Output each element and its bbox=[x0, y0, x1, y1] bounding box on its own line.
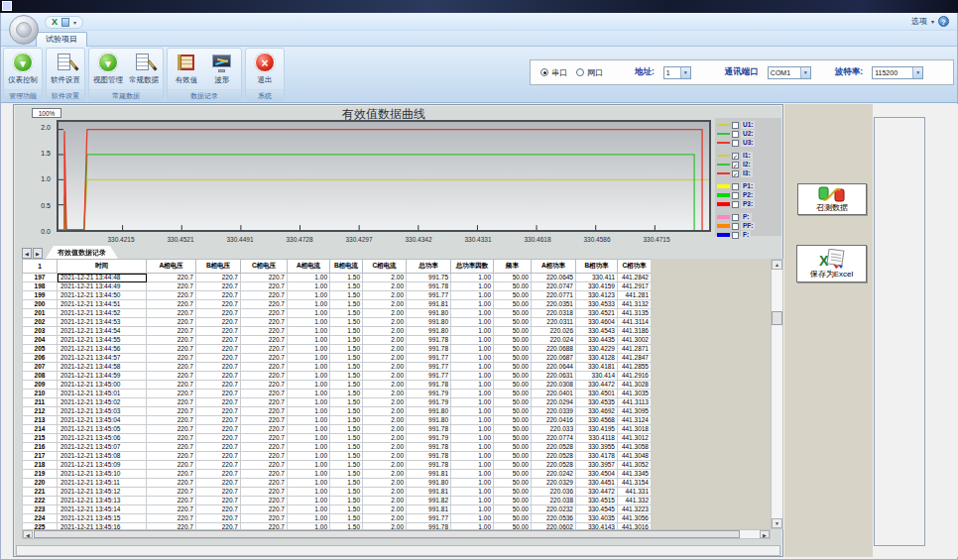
retrieve-data-button[interactable]: 召测数据 bbox=[797, 183, 867, 215]
row-number-cell[interactable]: 200 bbox=[23, 300, 58, 309]
table-cell[interactable]: 991.80 bbox=[407, 416, 451, 425]
scroll-left-icon[interactable]: ◀ bbox=[23, 530, 33, 538]
table-cell[interactable]: 330.4159 bbox=[576, 282, 618, 291]
table-cell[interactable]: 1.00 bbox=[288, 505, 330, 514]
table-cell[interactable]: 220.033 bbox=[532, 425, 576, 434]
table-cell[interactable]: 220.0644 bbox=[532, 363, 576, 372]
table-cell[interactable]: 220.7 bbox=[147, 327, 196, 336]
table-cell[interactable]: 330.4118 bbox=[576, 434, 618, 443]
table-cell[interactable]: 441.3028 bbox=[618, 381, 652, 390]
table-cell[interactable]: 330.414 bbox=[576, 372, 618, 381]
table-cell[interactable]: 991.80 bbox=[407, 479, 451, 488]
table-cell[interactable]: 991.78 bbox=[407, 452, 451, 461]
table-cell[interactable]: 330.4128 bbox=[576, 354, 618, 363]
row-number-cell[interactable]: 223 bbox=[23, 505, 58, 514]
table-cell[interactable]: 220.7 bbox=[147, 505, 196, 514]
table-cell[interactable]: 220.0294 bbox=[532, 398, 576, 407]
table-cell[interactable]: 991.79 bbox=[407, 398, 451, 407]
table-cell[interactable]: 330.4035 bbox=[576, 514, 618, 523]
table-cell[interactable]: 441.2871 bbox=[618, 345, 652, 354]
table-cell[interactable]: 1.00 bbox=[451, 452, 494, 461]
table-cell[interactable]: 1.00 bbox=[451, 309, 494, 318]
column-header[interactable]: A相电压 bbox=[147, 260, 196, 274]
table-cell[interactable]: 330.4504 bbox=[576, 470, 618, 479]
table-cell[interactable]: 220.7 bbox=[147, 479, 196, 488]
table-cell[interactable]: 220.7 bbox=[147, 390, 196, 398]
table-cell[interactable]: 220.0308 bbox=[532, 381, 576, 390]
table-cell[interactable]: 220.7 bbox=[147, 514, 196, 523]
table-cell[interactable]: 330.4543 bbox=[576, 327, 618, 336]
table-cell[interactable]: 50.00 bbox=[494, 300, 532, 309]
table-cell[interactable]: 50.00 bbox=[494, 497, 532, 505]
column-header[interactable]: 1 bbox=[23, 260, 58, 274]
table-cell[interactable]: 220.7 bbox=[147, 488, 196, 497]
row-number-cell[interactable]: 199 bbox=[23, 291, 58, 300]
scrollbar-thumb[interactable] bbox=[772, 311, 782, 325]
table-cell[interactable]: 1.50 bbox=[330, 381, 363, 390]
comm-port-select[interactable]: COM1 ▼ bbox=[768, 66, 811, 79]
table-cell[interactable]: 220.7 bbox=[196, 274, 241, 282]
table-cell[interactable]: 220.0528 bbox=[532, 452, 576, 461]
table-cell[interactable]: 50.00 bbox=[494, 372, 532, 381]
table-cell[interactable]: 2021-12-21 13:44:53 bbox=[58, 318, 147, 327]
table-cell[interactable]: 2021-12-21 13:44:52 bbox=[58, 309, 147, 318]
table-cell[interactable]: 220.0242 bbox=[532, 470, 576, 479]
table-cell[interactable]: 441.2855 bbox=[618, 363, 652, 372]
table-cell[interactable]: 220.7 bbox=[241, 318, 288, 327]
table-cell[interactable]: 1.00 bbox=[288, 318, 330, 327]
row-number-cell[interactable]: 206 bbox=[23, 354, 58, 363]
table-cell[interactable]: 220.0687 bbox=[532, 354, 576, 363]
column-header[interactable]: A相功率 bbox=[532, 260, 576, 274]
table-cell[interactable]: 991.80 bbox=[407, 327, 451, 336]
column-header[interactable]: B相电压 bbox=[196, 260, 241, 274]
table-cell[interactable]: 220.038 bbox=[532, 497, 576, 505]
table-cell[interactable]: 1.00 bbox=[288, 345, 330, 354]
table-cell[interactable]: 2.00 bbox=[363, 372, 407, 381]
table-cell[interactable]: 2.00 bbox=[363, 398, 407, 407]
table-cell[interactable]: 220.7 bbox=[196, 497, 241, 505]
table-cell[interactable]: 2.00 bbox=[363, 336, 407, 345]
tab-scroll-right-icon[interactable]: ▶ bbox=[33, 248, 43, 259]
table-cell[interactable]: 1.00 bbox=[288, 461, 330, 470]
table-cell[interactable]: 441.3048 bbox=[618, 452, 652, 461]
table-cell[interactable]: 2021-12-21 13:45:13 bbox=[58, 497, 147, 505]
row-number-cell[interactable]: 210 bbox=[23, 390, 58, 398]
table-cell[interactable]: 220.7 bbox=[147, 318, 196, 327]
table-cell[interactable]: 441.3135 bbox=[618, 309, 652, 318]
table-cell[interactable]: 220.7 bbox=[241, 336, 288, 345]
chart-plot-area[interactable] bbox=[57, 120, 711, 232]
table-cell[interactable]: 50.00 bbox=[494, 282, 532, 291]
table-cell[interactable]: 1.00 bbox=[451, 363, 494, 372]
table-cell[interactable]: 2.00 bbox=[363, 291, 407, 300]
table-cell[interactable]: 1.50 bbox=[330, 505, 363, 514]
table-cell[interactable]: 2.00 bbox=[363, 434, 407, 443]
legend-checkbox[interactable]: ✓ bbox=[732, 153, 739, 160]
table-cell[interactable]: 2.00 bbox=[363, 488, 407, 497]
table-cell[interactable]: 50.00 bbox=[494, 452, 532, 461]
scroll-down-icon[interactable]: ▼ bbox=[772, 518, 782, 528]
table-cell[interactable]: 1.50 bbox=[330, 452, 363, 461]
table-cell[interactable]: 220.7 bbox=[196, 282, 241, 291]
column-header[interactable]: C相功率 bbox=[618, 260, 652, 274]
table-cell[interactable]: 2021-12-21 13:44:57 bbox=[58, 354, 147, 363]
table-cell[interactable]: 2021-12-21 13:45:05 bbox=[58, 425, 147, 434]
table-cell[interactable]: 1.50 bbox=[330, 488, 363, 497]
table-cell[interactable]: 2021-12-21 13:44:49 bbox=[58, 282, 147, 291]
table-cell[interactable]: 1.00 bbox=[288, 514, 330, 523]
table-cell[interactable]: 220.7 bbox=[241, 470, 288, 479]
table-cell[interactable]: 1.00 bbox=[288, 336, 330, 345]
table-cell[interactable]: 330.4501 bbox=[576, 390, 618, 398]
table-cell[interactable]: 2.00 bbox=[363, 479, 407, 488]
table-cell[interactable]: 441.3012 bbox=[618, 434, 652, 443]
table-cell[interactable]: 220.7 bbox=[147, 363, 196, 372]
table-cell[interactable]: 991.77 bbox=[407, 291, 451, 300]
table-cell[interactable]: 441.3345 bbox=[618, 470, 652, 479]
table-cell[interactable]: 2.00 bbox=[363, 416, 407, 425]
table-cell[interactable]: 330.3955 bbox=[576, 443, 618, 452]
table-cell[interactable]: 1.00 bbox=[451, 461, 494, 470]
table-cell[interactable]: 2.00 bbox=[363, 514, 407, 523]
table-cell[interactable]: 220.7 bbox=[147, 416, 196, 425]
table-cell[interactable]: 1.50 bbox=[330, 407, 363, 416]
table-cell[interactable]: 50.00 bbox=[494, 514, 532, 523]
table-cell[interactable]: 220.7 bbox=[196, 505, 241, 514]
